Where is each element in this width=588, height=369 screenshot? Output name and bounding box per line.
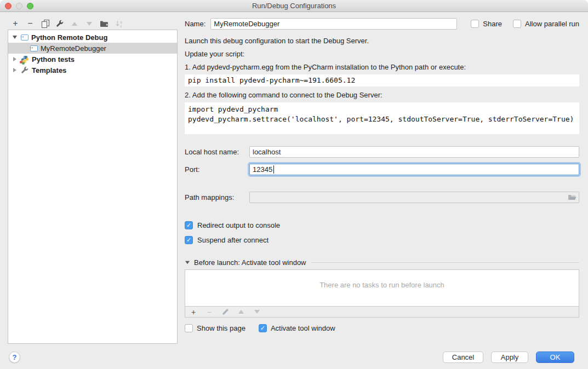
remote-debug-config-icon: → [21,34,28,41]
tree-item-templates[interactable]: Templates [8,65,177,76]
tree-item-label: Python tests [32,55,75,64]
activate-tool-window-checkbox[interactable]: ✓ [259,324,267,332]
plus-icon: + [191,308,196,316]
zoom-window-button[interactable] [27,3,33,9]
browse-folder-button[interactable] [568,194,576,203]
remote-debug-config-icon: → [30,45,38,51]
tree-item-python-remote-debug[interactable]: → Python Remote Debug [8,32,177,43]
move-task-down-button [253,308,261,316]
chevron-right-icon[interactable] [12,68,18,72]
sort-az-icon: az [115,20,123,28]
tree-item-label: MyRemoteDebugger [41,44,106,53]
add-configuration-button[interactable]: + [11,19,20,28]
arrow-down-icon [87,22,92,26]
edit-templates-button[interactable] [55,19,64,28]
window-title: Run/Debug Configurations [252,2,336,10]
configurations-toolbar: + − az [11,18,123,29]
sort-configurations-button: az [115,19,123,28]
question-mark-icon: ? [13,353,17,361]
share-checkbox[interactable] [471,20,479,28]
minus-icon: − [27,19,32,28]
code-line-import: import pydevd_pycharm [188,105,278,113]
instruction-step-1: 1. Add pydevd-pycharm.egg from the PyCha… [185,63,579,72]
check-icon: ✓ [186,237,191,243]
ok-button[interactable]: OK [536,351,574,363]
text-cursor [273,165,274,174]
check-icon: ✓ [186,222,191,228]
instruction-line-1: Launch this debug configuration to start… [185,37,579,45]
arrow-up-icon [72,22,77,26]
port-label: Port: [185,165,249,174]
help-button[interactable]: ? [9,351,20,363]
instruction-step-2: 2. Add the following command to connect … [185,91,579,100]
title-bar: Run/Debug Configurations [0,0,588,12]
path-mappings-input[interactable] [249,192,579,203]
name-input[interactable] [210,18,457,30]
activate-tool-window-label: Activate tool window [271,324,335,332]
close-window-button[interactable] [5,3,12,9]
section-divider [311,262,579,263]
plus-icon: + [13,19,18,28]
window-controls [5,3,33,9]
local-host-name-input[interactable] [249,146,579,158]
remove-configuration-button[interactable]: − [26,19,35,28]
run-debug-configurations-dialog: Run/Debug Configurations + − az → Python… [0,0,588,369]
arrow-up-icon [238,310,244,314]
copy-icon [42,20,49,27]
minimize-window-button [16,3,22,9]
suspend-after-connect-label: Suspend after connect [197,236,269,244]
pencil-icon [222,308,229,315]
show-this-page-checkbox[interactable] [185,324,193,332]
tree-item-python-tests[interactable]: Python tests [8,54,177,65]
port-input[interactable] [249,164,579,175]
move-up-button [70,19,79,28]
move-task-up-button [237,308,246,316]
chevron-right-icon[interactable] [12,57,18,61]
test-badge-green-icon [22,62,25,65]
pip-install-code-block: pip install pydevd-pycharm~=191.6605.12 [185,74,579,87]
edit-task-button [221,308,230,316]
python-tests-icon [21,55,29,64]
tree-item-myremotedebugger[interactable]: → MyRemoteDebugger [8,43,177,54]
new-folder-button[interactable] [100,19,109,28]
minus-icon: − [207,308,212,316]
tree-item-label: Python Remote Debug [31,33,107,42]
folder-icon [568,194,576,201]
name-label: Name: [185,20,205,28]
path-mappings-label: Path mappings: [185,193,249,201]
allow-parallel-run-option: Allow parallel run [513,20,579,28]
cancel-button[interactable]: Cancel [443,351,483,363]
suspend-after-connect-checkbox[interactable]: ✓ [185,236,193,244]
svg-text:a: a [120,20,122,24]
copy-configuration-button[interactable] [41,19,49,28]
arrow-down-icon [254,310,260,314]
configurations-tree: → Python Remote Debug → MyRemoteDebugger… [8,30,178,344]
share-label: Share [483,20,502,28]
tree-item-label: Templates [32,66,66,74]
instruction-line-2: Update your script: [185,50,579,59]
wrench-icon [56,20,64,28]
dialog-buttons: Cancel Apply OK [443,351,574,363]
move-down-button [85,19,94,28]
apply-button[interactable]: Apply [491,351,528,363]
check-icon: ✓ [260,325,265,331]
redirect-output-label: Redirect output to console [197,221,280,229]
wrench-icon [21,66,29,74]
svg-text:z: z [120,24,122,28]
code-line-settrace: pydevd_pycharm.settrace('localhost', por… [188,115,574,123]
show-this-page-label: Show this page [197,324,246,332]
allow-parallel-run-checkbox[interactable] [513,20,521,28]
redirect-output-checkbox[interactable]: ✓ [185,221,193,229]
before-launch-task-list[interactable]: There are no tasks to run before launch [185,269,579,307]
task-list-toolbar: + − [185,307,579,318]
add-task-button[interactable]: + [189,308,198,316]
settrace-code-block: import pydevd_pycharm pydevd_pycharm.set… [185,102,579,134]
allow-parallel-run-label: Allow parallel run [525,20,579,28]
configuration-editor: Name: Share Allow parallel run Launch th… [185,12,579,332]
new-folder-icon [100,20,109,27]
local-host-name-label: Local host name: [185,148,249,156]
chevron-down-icon[interactable] [12,36,18,39]
collapse-section-icon[interactable] [185,261,190,264]
remove-task-button: − [205,308,214,316]
before-launch-header: Before launch: Activate tool window [194,258,306,267]
